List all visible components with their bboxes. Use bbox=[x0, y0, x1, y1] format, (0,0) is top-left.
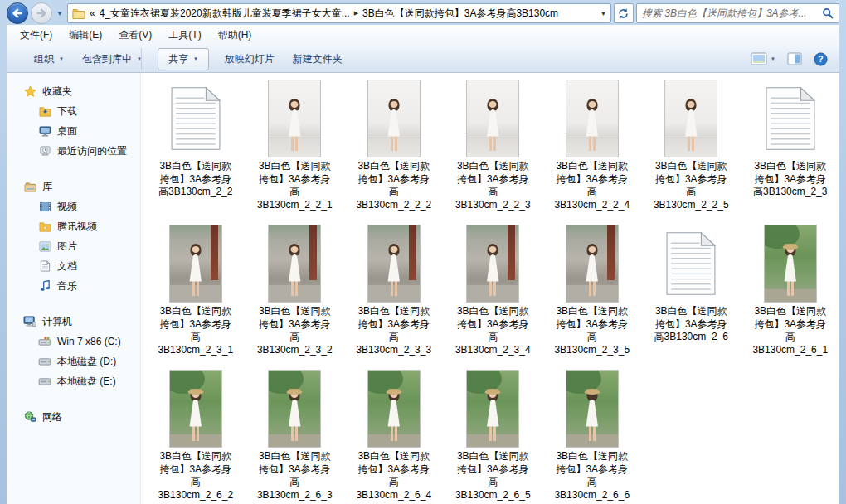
refresh-button[interactable] bbox=[614, 3, 634, 23]
system-drive-icon bbox=[38, 335, 51, 348]
file-item[interactable]: 3B白色【送同款挎包】3A参考身高3B130cm_2_2_4 bbox=[542, 78, 642, 223]
sidebar-item-recent-places[interactable]: 最近访问的位置 bbox=[7, 141, 140, 161]
navigation-pane: 收藏夹 下载 桌面 最近访问的位置 bbox=[7, 73, 141, 504]
share-button[interactable]: 共享▼ bbox=[158, 48, 209, 70]
file-name: 3B白色【送同款挎包】3A参考身高3B130cm_2_6 bbox=[654, 305, 728, 344]
file-item[interactable]: 3B白色【送同款挎包】3A参考身高3B130cm_2_6_1 bbox=[741, 223, 839, 368]
preview-pane-icon bbox=[787, 52, 802, 65]
menu-edit[interactable]: 编辑(E) bbox=[61, 26, 110, 45]
file-item[interactable]: 3B白色【送同款挎包】3A参考身高3B130cm_2_6_6 bbox=[542, 368, 642, 504]
document-icon bbox=[170, 85, 221, 152]
girl-figure bbox=[780, 244, 801, 296]
file-name: 3B白色【送同款挎包】3A参考身高3B130cm_2_6_6 bbox=[554, 450, 630, 502]
help-button[interactable]: ? bbox=[814, 52, 828, 66]
file-name: 3B白色【送同款挎包】3A参考身高3B130cm_2_2_1 bbox=[257, 160, 333, 211]
girl-figure bbox=[284, 389, 305, 441]
libraries-icon bbox=[23, 180, 36, 193]
breadcrumb-separator-icon[interactable]: ▶ bbox=[354, 10, 358, 17]
sidebar-item-tencent-video[interactable]: 腾讯视频 bbox=[7, 216, 140, 236]
girl-figure bbox=[581, 244, 603, 296]
drive-icon bbox=[38, 355, 51, 368]
file-item[interactable]: 3B白色【送同款挎包】3A参考身高3B130cm_2_3_2 bbox=[246, 223, 345, 368]
network-icon bbox=[23, 410, 36, 424]
menu-help[interactable]: 帮助(H) bbox=[210, 26, 260, 45]
search-input[interactable]: 搜索 3B白色【送同款挎包】3A参考... bbox=[636, 3, 839, 23]
file-name: 3B白色【送同款挎包】3A参考身高3B130cm_2_3_5 bbox=[554, 305, 630, 356]
documents-icon bbox=[38, 259, 51, 273]
girl-figure bbox=[482, 99, 503, 151]
sidebar-group-computer[interactable]: 计算机 bbox=[7, 312, 140, 332]
sidebar-item-system-drive[interactable]: Win 7 x86 (C:) bbox=[7, 332, 140, 351]
pictures-icon bbox=[38, 240, 51, 253]
file-item[interactable]: 3B白色【送同款挎包】3A参考身高3B130cm_2_6_5 bbox=[444, 368, 543, 504]
file-item[interactable]: 3B白色【送同款挎包】3A参考身高3B130cm_2_3_5 bbox=[542, 223, 642, 368]
tencent-video-icon bbox=[38, 220, 51, 233]
file-item[interactable]: 3B白色【送同款挎包】3A参考身高3B130cm_2_2 bbox=[146, 78, 246, 223]
new-folder-button[interactable]: 新建文件夹 bbox=[284, 48, 352, 70]
menu-view[interactable]: 查看(V) bbox=[110, 26, 160, 45]
chevron-down-icon: ▼ bbox=[137, 56, 142, 61]
sidebar-item-pictures[interactable]: 图片 bbox=[7, 236, 140, 256]
file-name: 3B白色【送同款挎包】3A参考身高3B130cm_2_6_4 bbox=[356, 450, 431, 502]
girl-figure bbox=[185, 244, 207, 296]
file-item[interactable]: 3B白色【送同款挎包】3A参考身高3B130cm_2_6_3 bbox=[246, 368, 345, 504]
file-item[interactable]: 3B白色【送同款挎包】3A参考身高3B130cm_2_6 bbox=[642, 223, 741, 368]
organize-button[interactable]: 组织▼ bbox=[25, 48, 73, 70]
file-item[interactable]: 3B白色【送同款挎包】3A参考身高3B130cm_2_6_4 bbox=[344, 368, 444, 504]
girl-figure bbox=[383, 99, 405, 151]
address-dropdown-icon[interactable]: ▼ bbox=[600, 11, 606, 17]
sidebar-group-favorites[interactable]: 收藏夹 bbox=[7, 81, 140, 101]
menu-bar: 文件(F) 编辑(E) 查看(V) 工具(T) 帮助(H) bbox=[7, 25, 839, 46]
file-item[interactable]: 3B白色【送同款挎包】3A参考身高3B130cm_2_2_5 bbox=[642, 78, 741, 223]
address-bar[interactable]: « 4_女童连衣裙夏装2020新款韩版儿童装夏季裙子女大童... ▶ 3B白色【… bbox=[67, 3, 611, 23]
chevron-down-icon: ▼ bbox=[771, 56, 776, 61]
photo-thumbnail bbox=[170, 371, 221, 447]
slideshow-button[interactable]: 放映幻灯片 bbox=[216, 48, 284, 70]
file-item[interactable]: 3B白色【送同款挎包】3A参考身高3B130cm_2_2_2 bbox=[344, 78, 444, 223]
back-button[interactable] bbox=[7, 2, 28, 24]
file-item[interactable]: 3B白色【送同款挎包】3A参考身高3B130cm_2_2_3 bbox=[444, 78, 543, 223]
sidebar-group-network[interactable]: 网络 bbox=[7, 407, 140, 427]
menu-tools[interactable]: 工具(T) bbox=[160, 26, 209, 45]
file-item[interactable]: 3B白色【送同款挎包】3A参考身高3B130cm_2_3 bbox=[741, 78, 839, 223]
sidebar-item-disk-d[interactable]: 本地磁盘 (D:) bbox=[7, 351, 140, 371]
sidebar-group-libraries[interactable]: 库 bbox=[7, 177, 140, 196]
sidebar-item-desktop[interactable]: 桌面 bbox=[7, 121, 140, 141]
sidebar-item-downloads[interactable]: 下载 bbox=[7, 101, 140, 121]
file-name: 3B白色【送同款挎包】3A参考身高3B130cm_2_6_2 bbox=[158, 450, 233, 502]
menu-file[interactable]: 文件(F) bbox=[12, 26, 61, 45]
desktop-icon bbox=[38, 124, 51, 138]
forward-button[interactable] bbox=[31, 2, 52, 24]
photo-thumbnail bbox=[269, 225, 320, 302]
document-icon bbox=[665, 230, 717, 297]
breadcrumb-parent-folder[interactable]: 4_女童连衣裙夏装2020新款韩版儿童装夏季裙子女大童... bbox=[100, 7, 350, 21]
file-item[interactable]: 3B白色【送同款挎包】3A参考身高3B130cm_2_6_2 bbox=[146, 368, 246, 504]
photo-thumbnail bbox=[566, 225, 618, 302]
breadcrumb-overflow-chevron[interactable]: « bbox=[90, 7, 95, 19]
file-item[interactable]: 3B白色【送同款挎包】3A参考身高3B130cm_2_3_1 bbox=[146, 223, 246, 368]
preview-pane-button[interactable] bbox=[787, 52, 802, 65]
girl-figure bbox=[581, 389, 603, 441]
include-in-library-button[interactable]: 包含到库中▼ bbox=[73, 48, 151, 70]
file-name: 3B白色【送同款挎包】3A参考身高3B130cm_2_3 bbox=[753, 160, 827, 199]
sidebar-item-videos[interactable]: 视频 bbox=[7, 196, 140, 216]
file-item[interactable]: 3B白色【送同款挎包】3A参考身高3B130cm_2_3_4 bbox=[444, 223, 543, 368]
photo-thumbnail bbox=[467, 371, 518, 447]
main-area: 收藏夹 下载 桌面 最近访问的位置 bbox=[7, 73, 839, 504]
photo-thumbnail bbox=[467, 225, 518, 302]
photo-thumbnail bbox=[368, 225, 420, 302]
change-view-button[interactable]: ▼ bbox=[751, 52, 776, 65]
help-icon: ? bbox=[814, 52, 828, 66]
history-dropdown-icon[interactable]: ▼ bbox=[56, 10, 63, 17]
file-item[interactable]: 3B白色【送同款挎包】3A参考身高3B130cm_2_2_1 bbox=[246, 78, 345, 223]
file-name: 3B白色【送同款挎包】3A参考身高3B130cm_2_3_1 bbox=[158, 305, 233, 356]
sidebar-item-music[interactable]: 音乐 bbox=[7, 276, 140, 296]
breadcrumb-current-folder[interactable]: 3B白色【送同款挎包】3A参考身高3B130cm bbox=[362, 7, 558, 21]
girl-figure bbox=[284, 244, 305, 296]
search-prompt-text: 搜索 3B白色【送同款挎包】3A参考... bbox=[642, 7, 819, 21]
back-arrow-icon bbox=[11, 7, 24, 20]
sidebar-item-disk-e[interactable]: 本地磁盘 (E:) bbox=[7, 371, 140, 391]
star-icon bbox=[23, 85, 36, 98]
sidebar-item-documents[interactable]: 文档 bbox=[7, 256, 140, 276]
file-item[interactable]: 3B白色【送同款挎包】3A参考身高3B130cm_2_3_3 bbox=[344, 223, 444, 368]
